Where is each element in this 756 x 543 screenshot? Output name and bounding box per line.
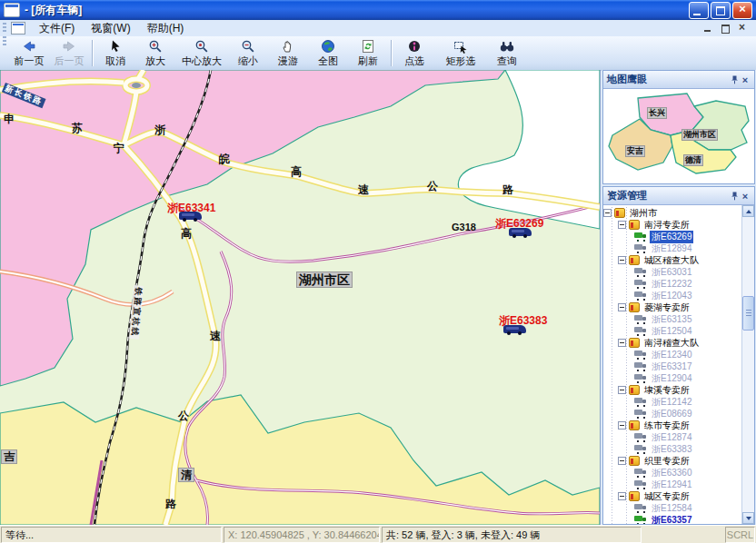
tree-node-vehicle[interactable]: 浙E12232 (603, 278, 742, 290)
refresh-icon (361, 39, 375, 54)
toolbar-grip[interactable] (3, 36, 6, 47)
tree-node-vehicle[interactable]: 浙E12874 (603, 431, 742, 443)
vehicle-icon (634, 433, 647, 441)
tree-node-group[interactable]: 城区专卖所 (603, 490, 742, 502)
tree-scrollbar[interactable] (741, 205, 754, 524)
collapse-icon[interactable] (618, 339, 626, 347)
center-zoom-button[interactable]: 中心放大 (175, 36, 228, 70)
collapse-icon[interactable] (618, 256, 626, 264)
minimap-canvas[interactable]: 长兴 湖州市区 安吉 德清 (603, 89, 754, 183)
tree-node-vehicle[interactable]: 浙E12340 (603, 349, 742, 360)
tree-node-group[interactable]: 织里专卖所 (603, 455, 742, 467)
mdi-restore-button[interactable] (720, 23, 731, 34)
tree-node-group[interactable]: 南浔稽查大队 (603, 337, 742, 349)
pin-icon[interactable] (729, 191, 740, 202)
next-page-button[interactable]: 后一页 (49, 36, 89, 70)
map-view[interactable]: 申 苏 宁 浙 皖 高 速 公 路 高 速 公 路 G318 新长铁路 铁路宣杭… (0, 70, 601, 525)
tree-node-vehicle[interactable]: 浙E63269 (603, 231, 742, 242)
pin-icon[interactable] (729, 74, 740, 85)
minimap-panel-title: 地图鹰眼 (607, 73, 647, 86)
menu-bar: 文件(F) 视窗(W) 帮助(H) (0, 20, 756, 37)
scroll-down-icon[interactable] (742, 512, 754, 524)
right-panel-column: 地图鹰眼 长兴 湖州市区 安吉 德清 (602, 70, 756, 525)
vehicle-icon (634, 268, 647, 276)
restore-button[interactable] (711, 2, 731, 19)
tree-node-vehicle[interactable]: 浙E12142 (603, 396, 742, 408)
pan-button[interactable]: 漫游 (268, 36, 308, 70)
tree-node-vehicle[interactable]: 浙E63135 (603, 313, 742, 325)
menu-view[interactable]: 视窗(W) (83, 20, 138, 37)
tree-node-vehicle[interactable]: 浙E63031 (603, 266, 742, 278)
zoom-out-button[interactable]: 缩小 (228, 36, 268, 70)
zoom-in-button[interactable]: 放大 (135, 36, 175, 70)
menu-grip[interactable] (3, 23, 6, 34)
vehicle-icon (634, 445, 647, 453)
minimize-button[interactable] (689, 2, 709, 19)
query-button[interactable]: 查询 (487, 36, 527, 70)
rect-select-button[interactable]: 矩形选 (434, 36, 487, 70)
tree-node-vehicle[interactable]: 浙E12894 (603, 242, 742, 254)
tree-node-vehicle[interactable]: 浙E63383 (603, 443, 742, 455)
vehicle-marker-icon[interactable] (509, 228, 532, 236)
tree-node-vehicle[interactable]: 浙E12584 (603, 502, 742, 514)
refresh-button[interactable]: 刷新 (348, 36, 388, 70)
full-extent-button[interactable]: 全图 (308, 36, 348, 70)
scrollbar-thumb[interactable] (742, 296, 754, 331)
organization-icon (629, 302, 640, 312)
status-bar: 等待... X: 120.45904825 , Y: 30.84466204 共… (0, 525, 756, 543)
vehicle-icon (634, 315, 647, 323)
menu-help[interactable]: 帮助(H) (139, 20, 193, 37)
close-button[interactable] (732, 2, 752, 19)
scroll-up-icon[interactable] (742, 205, 754, 217)
tree-node-vehicle[interactable]: 浙E12043 (603, 290, 742, 301)
road-label-g318: G318 (452, 222, 476, 232)
arrow-left-icon (22, 39, 36, 54)
tree-node-group[interactable]: 城区稽查大队 (603, 254, 742, 266)
resource-panel: 资源管理 湖州市 南浔专卖所 浙E63269 浙E12894 城区稽查大队 浙E… (602, 186, 755, 525)
tree-node-vehicle[interactable]: 浙E63357 (603, 514, 742, 524)
tree-node-vehicle[interactable]: 浙E08669 (603, 408, 742, 420)
mdi-child-icon[interactable] (11, 22, 25, 35)
mdi-minimize-button[interactable] (702, 23, 714, 34)
tree-node-vehicle[interactable]: 浙E63360 (603, 467, 742, 479)
tree-node-vehicle[interactable]: 浙E12504 (603, 325, 742, 337)
cancel-button[interactable]: 取消 (95, 36, 135, 70)
vehicle-marker-icon[interactable] (503, 325, 526, 333)
tree-node-vehicle[interactable]: 浙E63317 (603, 360, 742, 372)
road-char: 速 (358, 184, 369, 195)
vehicle-icon (634, 410, 647, 418)
collapse-icon[interactable] (618, 492, 626, 500)
application-window: - [所有车辆] 文件(F) 视窗(W) 帮助(H) 前一页 后一页 (0, 0, 756, 543)
tree-node-vehicle[interactable]: 浙E12941 (603, 479, 742, 490)
tree-node-group[interactable]: 埭溪专卖所 (603, 384, 742, 396)
road-char: 路 (165, 499, 176, 509)
tree-node-vehicle[interactable]: 浙E12904 (603, 372, 742, 384)
collapse-icon[interactable] (618, 221, 626, 229)
status-spacer (643, 527, 723, 543)
map-canvas[interactable] (0, 70, 600, 525)
vehicle-icon (634, 362, 647, 370)
point-select-button[interactable]: 点选 (394, 36, 434, 70)
zoom-in-icon (148, 39, 163, 54)
collapse-icon[interactable] (618, 457, 626, 465)
tree-node-group[interactable]: 练市专卖所 (603, 420, 742, 431)
collapse-icon[interactable] (618, 421, 626, 429)
tree-node-group[interactable]: 菱湖专卖所 (603, 301, 742, 313)
organization-icon (629, 338, 640, 348)
menu-file[interactable]: 文件(F) (31, 20, 83, 37)
tree-node-group[interactable]: 南浔专卖所 (603, 219, 742, 231)
county-label-anji: 吉 (1, 449, 17, 464)
collapse-icon[interactable] (618, 303, 626, 311)
close-icon[interactable] (740, 191, 751, 202)
collapse-icon[interactable] (618, 386, 626, 394)
cursor-icon (108, 39, 123, 54)
close-icon[interactable] (740, 74, 751, 85)
title-bar: - [所有车辆] (0, 0, 756, 20)
vehicle-marker-icon[interactable] (179, 212, 202, 220)
road-char: 公 (178, 410, 189, 421)
prev-page-button[interactable]: 前一页 (9, 36, 49, 70)
mdi-close-button[interactable] (737, 23, 749, 34)
road-char: 高 (181, 228, 192, 239)
tree-node-city[interactable]: 湖州市 (603, 207, 742, 219)
collapse-icon[interactable] (603, 209, 612, 217)
